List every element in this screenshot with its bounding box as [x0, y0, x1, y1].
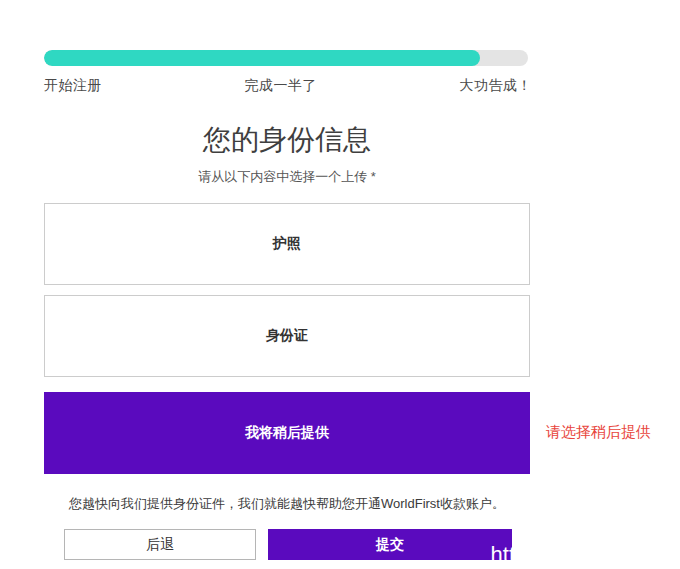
- provide-later-label: 我将稍后提供: [245, 424, 329, 442]
- registration-page: 开始注册 完成一半了 大功告成！ 您的身份信息 请从以下内容中选择一个上传 * …: [0, 0, 680, 569]
- submit-button[interactable]: 提交 htt: [268, 529, 512, 560]
- back-button-label: 后退: [146, 536, 174, 554]
- option-idcard[interactable]: 身份证: [44, 295, 530, 377]
- step-label-start: 开始注册: [44, 77, 102, 95]
- option-passport-label: 护照: [273, 235, 301, 253]
- option-idcard-label: 身份证: [266, 327, 308, 345]
- progress-fill: [44, 50, 480, 66]
- progress-bar: [44, 50, 528, 66]
- helper-note: 您越快向我们提供身份证件，我们就能越快帮助您开通WorldFirst收款账户。: [24, 495, 550, 513]
- watermark-text: htt: [491, 544, 512, 560]
- back-button[interactable]: 后退: [64, 529, 256, 560]
- validation-error-text: 请选择稍后提供: [546, 423, 651, 442]
- option-passport[interactable]: 护照: [44, 203, 530, 285]
- step-label-done: 大功告成！: [460, 77, 533, 95]
- progress-steps: 开始注册 完成一半了 大功告成！: [44, 77, 532, 95]
- submit-button-label: 提交: [376, 536, 404, 554]
- step-label-half: 完成一半了: [245, 77, 318, 95]
- page-title: 您的身份信息: [44, 121, 530, 159]
- page-subtitle: 请从以下内容中选择一个上传 *: [44, 168, 530, 186]
- provide-later-button[interactable]: 我将稍后提供: [44, 392, 530, 474]
